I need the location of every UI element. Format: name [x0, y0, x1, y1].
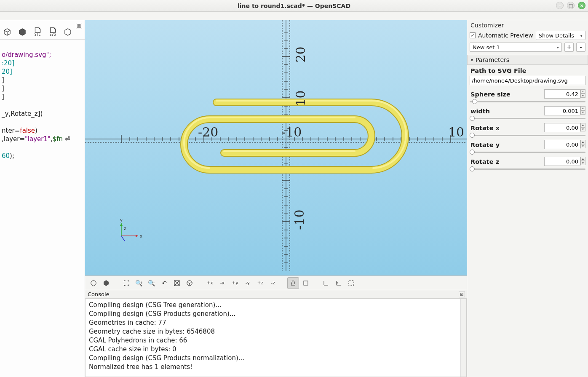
- auto-preview-label: Automatic Preview: [478, 32, 533, 39]
- window-close-icon[interactable]: ×: [578, 2, 585, 9]
- console-line: Compiling design (CSG Tree generation)..…: [89, 301, 463, 310]
- code-line: o/drawing.svg";: [2, 51, 51, 59]
- show-details-dropdown[interactable]: Show Details▾: [536, 31, 585, 40]
- console-line: CGAL Polyhedrons in cache: 66: [89, 336, 463, 345]
- axis-tick-label: 10: [293, 90, 308, 106]
- titlebar: line to round1.scad* — OpenSCAD – □ ×: [0, 0, 588, 12]
- console-line: Geometry cache size in bytes: 6546808: [89, 327, 463, 336]
- axis-z-icon[interactable]: +z: [254, 277, 266, 289]
- param-width: width ▴▾: [467, 105, 588, 122]
- cube-outline-icon[interactable]: [3, 27, 12, 37]
- param-rotate-x: Rotate x ▴▾: [467, 122, 588, 139]
- cube-alt-icon[interactable]: [63, 27, 72, 37]
- console-close-icon[interactable]: ⊠: [459, 291, 465, 297]
- zoom-fit-icon[interactable]: ⛶: [120, 277, 132, 289]
- console-scrollbar[interactable]: [460, 299, 466, 377]
- view-toolbar: ⛶ 🔍+ 🔍− ↶ +x -x +y -y +z -z: [85, 276, 467, 290]
- param-rotate-z: Rotate z ▴▾: [467, 156, 588, 173]
- console-panel: Console ⊠ Compiling design (CSG Tree gen…: [85, 290, 467, 377]
- window-title: line to round1.scad* — OpenSCAD: [238, 3, 350, 9]
- console-title: Console: [88, 291, 110, 297]
- svg-line-77: [121, 236, 125, 241]
- reset-view-icon[interactable]: [171, 277, 183, 289]
- console-line: Compiling design (CSG Products generatio…: [89, 310, 463, 318]
- editor-close-icon[interactable]: ⊠: [76, 23, 82, 29]
- zoom-in-icon[interactable]: 🔍+: [133, 277, 145, 289]
- code-line: 60);: [2, 152, 14, 160]
- window-maximize-icon[interactable]: □: [567, 2, 575, 9]
- path-to-svg-input[interactable]: [470, 76, 585, 85]
- crosshair-icon[interactable]: [345, 277, 357, 289]
- rotate-x-input[interactable]: [544, 123, 580, 132]
- scale-toggle-icon[interactable]: [333, 277, 345, 289]
- code-line: ]: [2, 85, 4, 92]
- width-slider[interactable]: [470, 115, 585, 121]
- ortho-icon[interactable]: [300, 277, 312, 289]
- menubar: [0, 12, 588, 20]
- axis-x-icon[interactable]: +x: [204, 277, 216, 289]
- sphere-size-slider[interactable]: [470, 99, 585, 104]
- axes-toggle-icon[interactable]: [320, 277, 332, 289]
- rotate-z-slider[interactable]: [470, 166, 585, 172]
- axis-nz-icon[interactable]: -z: [267, 277, 279, 289]
- spin-buttons[interactable]: ▴▾: [580, 157, 585, 166]
- center-column: x y z -20 -10 10 20 10 20 -10 ⛶ 🔍+ 🔍− ↶: [85, 20, 467, 377]
- svg-text:z: z: [124, 226, 126, 231]
- width-input[interactable]: [544, 106, 580, 115]
- rotate-y-slider[interactable]: [470, 149, 585, 155]
- export-svg-icon[interactable]: SVG: [48, 27, 57, 37]
- code-editor[interactable]: o/drawing.svg"; :20] 20] ] ] ] _y,Rotate…: [0, 40, 85, 377]
- console-line: Geometries in cache: 77: [89, 318, 463, 327]
- viewport-3d[interactable]: x y z -20 -10 10 20 10 20 -10: [85, 20, 467, 276]
- preset-dropdown[interactable]: New set 1▾: [470, 43, 562, 52]
- svg-marker-76: [120, 223, 123, 226]
- rotate-y-input[interactable]: [544, 140, 580, 149]
- cube-solid-icon[interactable]: [18, 27, 27, 37]
- preview-icon[interactable]: [88, 277, 99, 289]
- axis-y-icon[interactable]: +y: [229, 277, 241, 289]
- param-path-to-svg: Path to SVG File: [467, 65, 588, 88]
- rotate-z-input[interactable]: [544, 157, 580, 166]
- code-line: nter=false): [2, 127, 37, 134]
- code-line: ]: [2, 76, 4, 84]
- console-output[interactable]: Compiling design (CSG Tree generation)..…: [85, 299, 467, 377]
- customizer-panel: Customizer ✓ Automatic Preview Show Deta…: [467, 20, 588, 377]
- spin-buttons[interactable]: ▴▾: [580, 140, 585, 149]
- window-controls: – □ ×: [556, 2, 585, 9]
- axis-tick-label: 10: [448, 125, 464, 139]
- editor-toolbar: ⊠ STL SVG: [0, 20, 85, 40]
- axis-nx-icon[interactable]: -x: [216, 277, 228, 289]
- window-minimize-icon[interactable]: –: [556, 2, 564, 9]
- undo-view-icon[interactable]: ↶: [158, 277, 170, 289]
- view-all-icon[interactable]: [184, 277, 195, 289]
- spin-buttons[interactable]: ▴▾: [580, 106, 585, 115]
- render-icon[interactable]: [100, 277, 112, 289]
- spin-buttons[interactable]: ▴▾: [580, 123, 585, 132]
- axis-tick-label: 20: [293, 46, 308, 62]
- rotate-x-slider[interactable]: [470, 132, 585, 138]
- svg-text:y: y: [120, 218, 123, 222]
- axis-tick-label: -20: [198, 125, 218, 139]
- svg-marker-74: [136, 235, 138, 237]
- axis-tick-label: -10: [281, 125, 302, 139]
- param-rotate-y: Rotate y ▴▾: [467, 139, 588, 156]
- editor-panel: ⊠ STL SVG o/drawing.svg"; :20] 20] ] ] ]…: [0, 20, 85, 377]
- code-line: ]: [2, 93, 4, 101]
- customizer-title: Customizer: [467, 20, 588, 29]
- preset-remove-button[interactable]: -: [576, 43, 585, 52]
- console-line: Compiling design (CSG Products normaliza…: [89, 354, 463, 363]
- axis-ny-icon[interactable]: -y: [242, 277, 254, 289]
- auto-preview-checkbox[interactable]: ✓: [470, 32, 476, 38]
- console-header: Console ⊠: [85, 290, 467, 299]
- parameters-section-header[interactable]: ▾Parameters: [467, 55, 588, 65]
- export-stl-icon[interactable]: STL: [33, 27, 42, 37]
- svg-text:x: x: [140, 234, 142, 238]
- preset-add-button[interactable]: +: [564, 43, 574, 52]
- svg-rect-82: [304, 281, 308, 285]
- console-line: CGAL cache size in bytes: 0: [89, 345, 463, 354]
- param-sphere-size: Sphere size ▴▾: [467, 88, 588, 105]
- spin-buttons[interactable]: ▴▾: [580, 89, 585, 99]
- perspective-icon[interactable]: [287, 277, 299, 289]
- sphere-size-input[interactable]: [544, 89, 580, 99]
- zoom-out-icon[interactable]: 🔍−: [146, 277, 158, 289]
